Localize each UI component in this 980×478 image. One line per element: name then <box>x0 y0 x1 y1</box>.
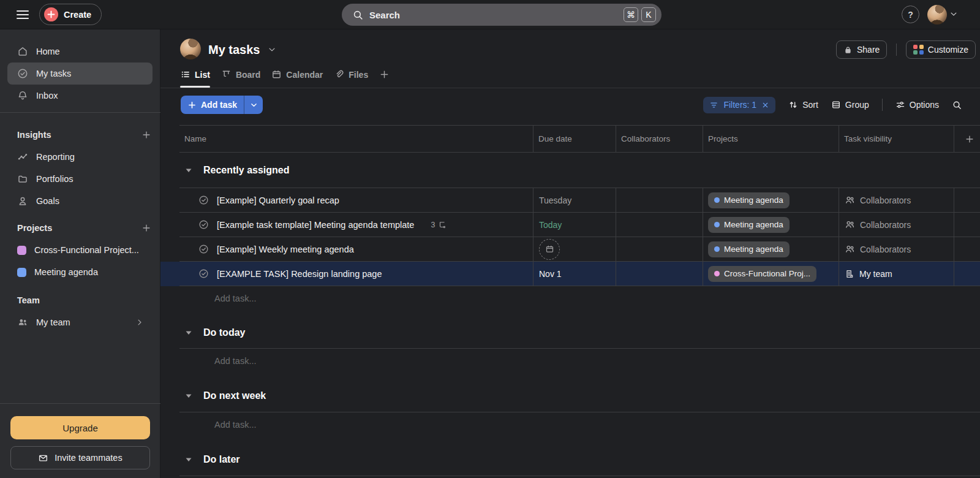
people-icon <box>845 244 855 254</box>
calendar-icon <box>545 245 554 254</box>
home-icon <box>17 46 28 57</box>
column-header-projects[interactable]: Projects <box>703 126 839 152</box>
triangle-down-icon[interactable] <box>184 329 194 336</box>
due-date[interactable]: Nov 1 <box>533 262 616 286</box>
close-icon[interactable] <box>761 101 769 109</box>
add-task-button[interactable]: Add task <box>181 96 263 114</box>
sidebar-item-portfolios[interactable]: Portfolios <box>7 168 153 190</box>
chevron-down-icon <box>250 101 258 109</box>
section-do-next-week[interactable]: Do next week <box>179 373 980 412</box>
tab-board[interactable]: Board <box>221 64 260 88</box>
sidebar-item-home[interactable]: Home <box>7 40 153 63</box>
chevron-right-icon[interactable] <box>135 318 144 327</box>
tab-calendar[interactable]: Calendar <box>271 64 323 88</box>
check-circle-icon[interactable] <box>198 219 209 230</box>
sidebar-item-my-team[interactable]: My team <box>7 311 153 333</box>
sidebar-section-insights[interactable]: Insights <box>17 130 51 140</box>
task-visibility-cell[interactable]: Collaborators <box>839 213 954 237</box>
create-button[interactable]: Create <box>39 4 102 25</box>
sidebar-section-team[interactable]: Team <box>17 295 40 305</box>
board-icon <box>221 69 232 80</box>
project-cell[interactable]: Meeting agenda <box>703 213 839 237</box>
due-date[interactable]: Today <box>533 213 616 237</box>
filters-chip[interactable]: Filters: 1 <box>703 97 775 113</box>
due-date[interactable]: Tuesday <box>533 188 616 212</box>
sidebar-section-projects[interactable]: Projects <box>17 223 52 233</box>
help-button[interactable]: ? <box>902 6 919 23</box>
plus-icon <box>379 69 390 80</box>
add-insight-icon[interactable] <box>141 130 151 140</box>
task-row-selected[interactable]: [EXAMPLE TASK] Redesign landing page Nov… <box>179 262 980 286</box>
customize-grid-icon <box>913 45 924 55</box>
invite-teammates-button[interactable]: Invite teammates <box>10 446 150 469</box>
chevron-down-icon[interactable] <box>268 45 276 54</box>
collaborators-cell[interactable] <box>616 213 703 237</box>
triangle-down-icon[interactable] <box>184 392 194 400</box>
triangle-down-icon[interactable] <box>184 167 194 174</box>
collaborators-cell[interactable] <box>616 188 703 212</box>
my-tasks-avatar[interactable] <box>180 39 201 59</box>
collaborators-cell[interactable] <box>616 262 703 286</box>
options-button[interactable]: Options <box>895 100 939 110</box>
upgrade-button[interactable]: Upgrade <box>10 416 150 439</box>
sidebar-item-my-tasks[interactable]: My tasks <box>7 63 153 85</box>
triangle-down-icon[interactable] <box>184 456 194 463</box>
project-cell[interactable]: Meeting agenda <box>703 237 839 261</box>
project-cell[interactable]: Cross-Functional Proj... <box>703 262 839 286</box>
sidebar-item-meeting-agenda[interactable]: Meeting agenda <box>7 261 153 283</box>
task-visibility-cell[interactable]: My team <box>839 262 954 286</box>
add-project-icon[interactable] <box>141 223 151 233</box>
group-button[interactable]: Group <box>831 100 869 110</box>
add-task-row[interactable]: Add task... <box>179 286 980 311</box>
sort-button[interactable]: Sort <box>788 100 818 110</box>
user-avatar[interactable] <box>927 5 947 25</box>
due-date-picker[interactable] <box>533 237 616 261</box>
sidebar-item-inbox[interactable]: Inbox <box>7 85 153 107</box>
task-visibility-cell[interactable]: Collaborators <box>839 237 954 261</box>
divider <box>896 44 897 56</box>
search-tasks-icon[interactable] <box>952 100 962 110</box>
task-visibility-cell[interactable]: Collaborators <box>839 188 954 212</box>
check-circle-icon[interactable] <box>198 268 209 279</box>
column-header-name[interactable]: Name <box>179 126 533 152</box>
people-icon <box>845 219 855 230</box>
section-do-today[interactable]: Do today <box>179 311 980 349</box>
check-circle-icon[interactable] <box>198 195 209 205</box>
add-task-row[interactable]: Add task... <box>179 412 980 437</box>
column-header-due-date[interactable]: Due date <box>533 126 616 152</box>
sidebar: Home My tasks Inbox Insights Reporting P… <box>0 29 160 478</box>
tab-list[interactable]: List <box>180 64 210 88</box>
column-header-collaborators[interactable]: Collaborators <box>616 126 703 152</box>
tab-files[interactable]: Files <box>334 64 368 88</box>
add-task-row[interactable]: Add task... <box>179 349 980 373</box>
check-circle-icon <box>17 68 28 79</box>
k-key: K <box>641 7 656 22</box>
envelope-icon <box>38 453 48 463</box>
share-button[interactable]: Share <box>836 40 887 59</box>
task-row[interactable]: [Example task template] Meeting agenda t… <box>179 213 980 237</box>
task-row[interactable]: [Example] Quarterly goal recap Tuesday M… <box>179 188 980 213</box>
chevron-down-icon[interactable] <box>949 10 958 18</box>
check-circle-icon[interactable] <box>198 244 209 254</box>
customize-button[interactable]: Customize <box>906 40 976 59</box>
divider <box>160 88 980 88</box>
project-cell[interactable]: Meeting agenda <box>703 188 839 212</box>
sliders-icon <box>895 100 905 110</box>
add-task-dropdown[interactable] <box>244 101 263 109</box>
section-recently-assigned[interactable]: Recently assigned <box>179 153 980 188</box>
add-tab-button[interactable] <box>379 64 390 88</box>
task-row[interactable]: [Example] Weekly meeting agenda Meeting … <box>179 237 980 262</box>
search-input[interactable]: Search ⌘ K <box>342 4 662 26</box>
sidebar-item-goals[interactable]: Goals <box>7 190 153 212</box>
subtask-icon <box>438 221 447 229</box>
sidebar-item-reporting[interactable]: Reporting <box>7 146 153 168</box>
section-do-later[interactable]: Do later <box>179 437 980 476</box>
project-dot <box>714 222 720 227</box>
collaborators-cell[interactable] <box>616 237 703 261</box>
calendar-dashed-icon[interactable] <box>539 239 560 260</box>
column-header-task-visibility[interactable]: Task visibility <box>839 126 954 152</box>
hamburger-menu-icon[interactable] <box>17 9 29 21</box>
table-header: Name Due date Collaborators Projects Tas… <box>179 125 980 153</box>
sidebar-item-cross-functional-project[interactable]: Cross-Functional Project... <box>7 239 153 261</box>
add-column-button[interactable] <box>954 126 980 152</box>
